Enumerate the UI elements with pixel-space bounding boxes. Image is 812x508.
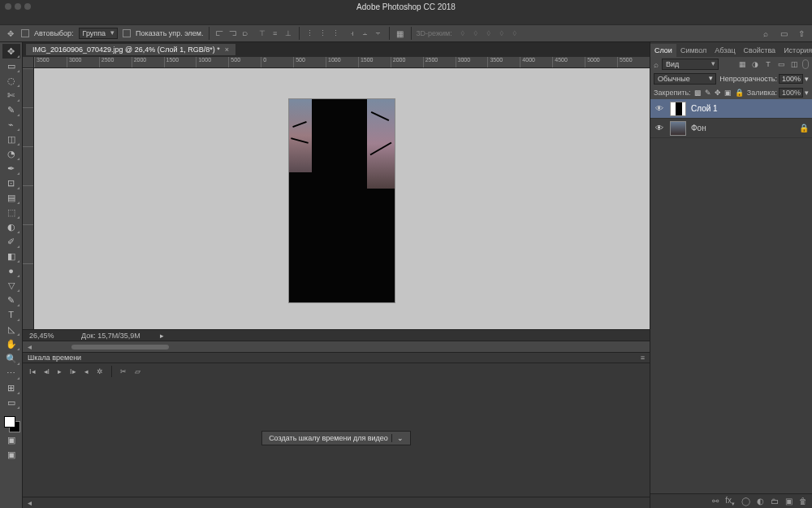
- distribute-icon[interactable]: ⋮: [304, 28, 316, 39]
- horizontal-scrollbar[interactable]: [23, 341, 650, 352]
- panel-tab[interactable]: Абзац: [710, 44, 739, 57]
- align-center-h-icon[interactable]: ⫎: [227, 28, 239, 39]
- filter-type-icon[interactable]: T: [763, 59, 773, 69]
- tool-button[interactable]: ◐: [2, 219, 20, 234]
- chevron-down-icon[interactable]: ▾: [805, 89, 809, 97]
- ruler-vertical[interactable]: [23, 68, 34, 332]
- panel-tab[interactable]: Свойства: [740, 44, 780, 57]
- autoselect-checkbox[interactable]: [21, 29, 29, 37]
- tool-button[interactable]: ✎: [2, 102, 20, 117]
- document-tab[interactable]: IMG_20160906_070429.jpg @ 26,4% (Слой 1,…: [26, 44, 235, 55]
- adjustment-layer-icon[interactable]: ◐: [757, 497, 764, 506]
- visibility-eye-icon[interactable]: 👁: [654, 104, 665, 113]
- tool-button[interactable]: ⋯: [2, 366, 20, 380]
- tool-button[interactable]: ⊡: [2, 176, 20, 190]
- new-layer-icon[interactable]: ▣: [785, 497, 793, 506]
- visibility-eye-icon[interactable]: 👁: [654, 124, 665, 132]
- timeline-panel-title-bar[interactable]: Шкала времени ≡: [23, 352, 650, 363]
- window-traffic-lights[interactable]: [5, 3, 31, 10]
- tool-button[interactable]: ✥: [2, 44, 20, 59]
- layer-thumbnail[interactable]: [670, 121, 686, 136]
- timeline-footer-scrollbar[interactable]: [23, 497, 650, 508]
- filter-pixel-icon[interactable]: ▦: [737, 59, 747, 69]
- auto-align-icon[interactable]: ▦: [395, 28, 406, 39]
- tool-button[interactable]: ◧: [2, 249, 20, 263]
- layer-thumbnail[interactable]: [670, 102, 686, 116]
- tool-button[interactable]: ◔: [2, 146, 20, 161]
- align-bottom-icon[interactable]: ⊥: [283, 28, 294, 39]
- align-middle-icon[interactable]: ≡: [270, 28, 281, 39]
- artboard-background[interactable]: [34, 68, 650, 332]
- panel-menu-icon[interactable]: ≡: [641, 354, 645, 362]
- link-layers-icon[interactable]: ⚯: [712, 497, 719, 506]
- doc-size[interactable]: Док: 15,7M/35,9M: [81, 332, 140, 340]
- minimize-window-icon[interactable]: [15, 3, 21, 10]
- search-icon[interactable]: ⌕: [760, 28, 771, 39]
- distribute-icon[interactable]: ⋮: [317, 28, 329, 39]
- lock-pixels-icon[interactable]: ▩: [694, 89, 702, 97]
- filter-shape-icon[interactable]: ▭: [776, 59, 786, 69]
- tool-button[interactable]: ▽: [2, 278, 20, 293]
- autoselect-mode-select[interactable]: Группа: [79, 28, 119, 39]
- layer-group-icon[interactable]: 🗀: [771, 497, 779, 506]
- tool-button[interactable]: ◺: [2, 322, 20, 336]
- tool-button[interactable]: ▭: [2, 395, 20, 410]
- mode3d-icon[interactable]: ◊: [470, 28, 482, 39]
- tool-button[interactable]: ✐: [2, 234, 20, 249]
- layer-row[interactable]: 👁Фон🔒: [650, 119, 812, 138]
- tool-button[interactable]: ◫: [2, 132, 20, 146]
- filter-smart-icon[interactable]: ◫: [789, 59, 799, 69]
- chevron-down-icon[interactable]: ⌄: [391, 434, 404, 442]
- maximize-window-icon[interactable]: [24, 3, 31, 10]
- screen-mode-icon[interactable]: ▣: [2, 447, 20, 462]
- tool-button[interactable]: T: [2, 307, 20, 322]
- workspace-icon[interactable]: ▭: [778, 28, 789, 39]
- menu-bar[interactable]: [0, 13, 812, 24]
- chevron-down-icon[interactable]: ▾: [805, 75, 809, 83]
- play-icon[interactable]: ▸: [58, 367, 62, 376]
- chevron-right-icon[interactable]: ▸: [160, 332, 164, 340]
- canvas-image[interactable]: [289, 99, 395, 302]
- prev-frame-icon[interactable]: ◂I: [44, 367, 50, 376]
- ruler-horizontal[interactable]: 3500300025002000150010005000500100015002…: [34, 57, 650, 68]
- distribute-icon[interactable]: ⋮: [330, 28, 342, 39]
- delete-layer-icon[interactable]: 🗑: [799, 497, 807, 506]
- align-right-icon[interactable]: ⫐: [240, 28, 252, 39]
- tool-button[interactable]: ▤: [2, 190, 20, 205]
- mode3d-icon[interactable]: ◊: [509, 28, 520, 39]
- layer-mask-icon[interactable]: ◯: [741, 497, 750, 506]
- tool-button[interactable]: ▭: [2, 59, 20, 73]
- settings-icon[interactable]: ✲: [97, 367, 103, 376]
- fill-value[interactable]: 100%: [779, 88, 803, 98]
- tool-button[interactable]: 🔍: [2, 351, 20, 366]
- mute-icon[interactable]: ◂: [84, 367, 89, 376]
- tool-button[interactable]: ◌: [2, 73, 20, 88]
- filter-toggle-icon[interactable]: [802, 59, 809, 69]
- mode3d-icon[interactable]: ◊: [496, 28, 508, 39]
- tool-button[interactable]: ⌁: [2, 117, 20, 132]
- share-icon[interactable]: ⇧: [796, 28, 807, 39]
- next-frame-icon[interactable]: I▸: [70, 367, 76, 376]
- go-start-icon[interactable]: I◂: [29, 367, 36, 376]
- layer-row[interactable]: 👁Слой 1: [650, 99, 812, 119]
- distribute-icon[interactable]: ⫞: [347, 28, 358, 39]
- lock-position-icon[interactable]: ✥: [715, 89, 721, 97]
- create-video-timeline-button[interactable]: Создать шкалу времени для видео ⌄: [261, 431, 411, 445]
- zoom-value[interactable]: 26,45%: [29, 332, 62, 340]
- tool-button[interactable]: ⬚: [2, 205, 20, 219]
- opacity-value[interactable]: 100%: [779, 74, 803, 84]
- tool-button[interactable]: ✎: [2, 293, 20, 307]
- align-top-icon[interactable]: ⊤: [257, 28, 268, 39]
- tool-button[interactable]: ✄: [2, 88, 20, 102]
- distribute-icon[interactable]: ⫟: [373, 28, 384, 39]
- scissors-icon[interactable]: ✂: [120, 367, 127, 376]
- color-picker[interactable]: [2, 415, 20, 432]
- tool-button[interactable]: ●: [2, 263, 20, 278]
- quick-mask-icon[interactable]: ▣: [2, 432, 20, 447]
- panel-tab[interactable]: Символ: [676, 44, 710, 57]
- lock-brush-icon[interactable]: ✎: [705, 89, 711, 97]
- layer-filter-select[interactable]: Вид: [662, 59, 719, 70]
- tool-button[interactable]: ⊞: [2, 380, 20, 395]
- mode3d-icon[interactable]: ◊: [483, 28, 495, 39]
- tool-button[interactable]: ✋: [2, 336, 20, 351]
